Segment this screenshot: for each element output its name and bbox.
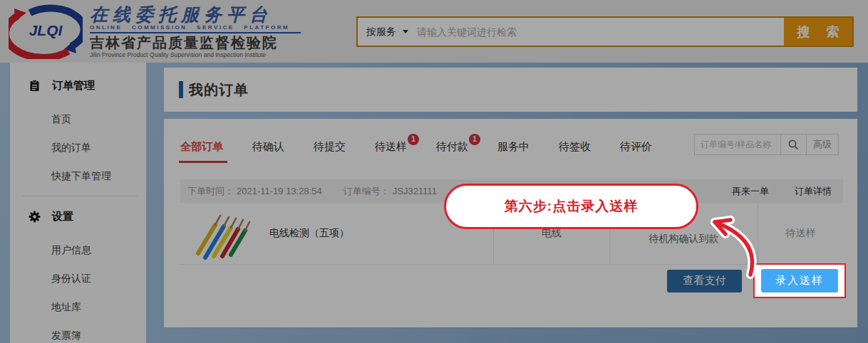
sidebar-item-invoice-book[interactable]: 发票簿: [10, 321, 146, 343]
order-search-button[interactable]: [780, 134, 806, 154]
order-search-bar: 高级: [694, 134, 839, 155]
tab-label: 待送样: [375, 140, 407, 152]
tab-all-orders[interactable]: 全部订单: [180, 140, 223, 154]
tab-pending-review[interactable]: 待评价: [620, 140, 652, 154]
sidebar-section-label: 订单管理: [52, 79, 95, 93]
reorder-link[interactable]: 再来一单: [732, 185, 769, 198]
brand-text: 在线委托服务平台 ONLINE COMMISSION SERVICE PLATF…: [90, 5, 301, 58]
order-time-value: 2021-11-19 13:28:54: [237, 186, 322, 196]
tour-highlight-box: 录入送样: [753, 263, 846, 298]
sidebar-item-my-orders[interactable]: 我的订单: [10, 133, 146, 162]
sidebar: 订单管理 首页 我的订单 快捷下单管理 设置 用户信息 身份认证 地址库 发票簿: [10, 63, 146, 343]
order-time-label: 下单时间：: [187, 185, 234, 198]
order-no-value: JSJ321111: [393, 186, 437, 196]
brand-divider: [90, 32, 301, 33]
tab-label: 待付款: [436, 140, 468, 152]
tab-badge: 1: [408, 134, 419, 145]
tab-pending-confirm[interactable]: 待确认: [252, 140, 284, 154]
sidebar-divider: [21, 196, 138, 196]
sidebar-item-home[interactable]: 首页: [10, 105, 146, 133]
header-search-bar: 按服务 搜 索: [356, 16, 854, 47]
jlqi-logo-icon: JLQI: [9, 4, 83, 59]
search-category-label: 按服务: [366, 26, 396, 38]
page-title-band: 我的订单: [164, 68, 857, 112]
tab-in-service[interactable]: 服务中: [497, 140, 529, 154]
tab-pending-sample[interactable]: 待送样1: [375, 140, 407, 154]
sidebar-item-quick-order[interactable]: 快捷下单管理: [10, 162, 146, 190]
brand-title-cn: 在线委托服务平台: [90, 5, 301, 23]
advanced-search-button[interactable]: 高级: [806, 134, 838, 154]
order-search-input[interactable]: [695, 134, 780, 154]
brand-logo-block[interactable]: JLQI 在线委托服务平台 ONLINE COMMISSION SERVICE …: [9, 4, 301, 59]
order-details-link[interactable]: 订单详情: [795, 185, 832, 198]
wire-product-image: [191, 206, 254, 260]
tab-pending-payment[interactable]: 待付款1: [436, 140, 468, 154]
sidebar-item-user-info[interactable]: 用户信息: [10, 236, 146, 264]
header-search-button[interactable]: 搜 索: [784, 18, 852, 46]
search-category-select[interactable]: 按服务: [358, 18, 417, 46]
product-name: 电线检测（五项）: [269, 227, 349, 240]
order-status-cell: 待送样: [758, 203, 843, 264]
tour-tooltip: 第六步:点击录入送样: [444, 184, 698, 229]
brand-org-cn: 吉林省产品质量监督检验院: [90, 34, 301, 51]
sidebar-section-label: 设置: [52, 210, 73, 223]
gear-icon: [29, 211, 41, 223]
order-no-label: 订单编号：: [343, 185, 390, 198]
sidebar-section-order-management[interactable]: 订单管理: [10, 71, 146, 100]
header-search-input[interactable]: [417, 18, 784, 46]
sidebar-section-settings[interactable]: 设置: [10, 202, 146, 231]
brand-title-en: ONLINE COMMISSION SERVICE PLATFORM: [90, 24, 301, 31]
chevron-down-icon: [403, 30, 408, 33]
clipboard-icon: [29, 80, 41, 92]
brand-org-en: Jilin Province Product Quality Supervisi…: [90, 51, 301, 58]
tour-arrow-icon: [702, 213, 760, 280]
enter-sample-button[interactable]: 录入送样: [761, 269, 838, 292]
title-accent-bar: [179, 81, 183, 98]
tab-badge: 1: [469, 134, 480, 145]
svg-text:JLQI: JLQI: [29, 22, 63, 38]
top-header: JLQI 在线委托服务平台 ONLINE COMMISSION SERVICE …: [0, 0, 868, 63]
search-icon: [787, 139, 800, 151]
sidebar-item-identity-auth[interactable]: 身份认证: [10, 264, 146, 292]
tab-pending-submit[interactable]: 待提交: [314, 140, 346, 154]
order-tabs: 全部订单 待确认 待提交 待送样1 待付款1 服务中 待签收 待评价 高级: [180, 135, 839, 158]
page-title: 我的订单: [189, 80, 249, 100]
tab-pending-receipt[interactable]: 待签收: [559, 140, 591, 154]
sidebar-item-address-book[interactable]: 地址库: [10, 292, 146, 321]
